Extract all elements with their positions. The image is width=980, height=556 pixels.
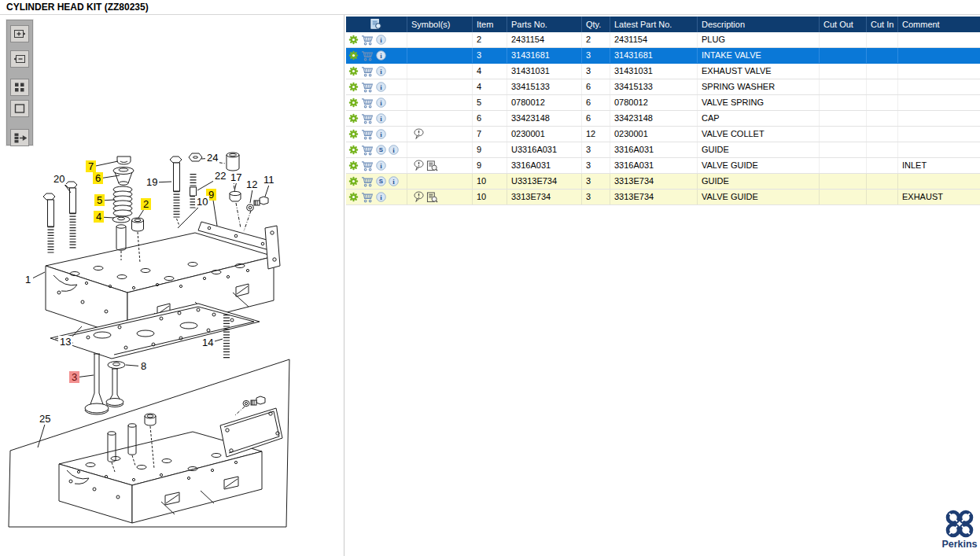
supersession-icon[interactable]: S <box>376 176 386 186</box>
info-icon[interactable]: i <box>376 160 386 171</box>
cut-in-cell <box>866 111 897 126</box>
comment-cell <box>897 174 980 189</box>
supersession-icon[interactable]: S <box>376 145 386 155</box>
note-balloon-icon[interactable] <box>414 128 424 140</box>
actions-cell: i <box>346 64 407 79</box>
column-header-comment[interactable]: Comment <box>897 17 980 32</box>
gear-icon[interactable] <box>348 66 359 76</box>
table-row[interactable]: i 103313E73433313E734VALVE GUIDEEXHAUST <box>346 190 980 205</box>
part-callout-12[interactable]: 12 <box>245 179 259 190</box>
part-callout-2[interactable]: 2 <box>141 198 151 210</box>
part-callout-22[interactable]: 22 <box>213 170 227 182</box>
table-row[interactable]: S i 10U3313E73433313E734GUIDE <box>346 174 980 190</box>
part-callout-13[interactable]: 13 <box>58 336 72 348</box>
info-icon[interactable]: i <box>389 176 399 186</box>
part-callout-20[interactable]: 20 <box>52 173 66 185</box>
column-header-cut-in[interactable]: Cut In <box>866 17 897 32</box>
cart-icon[interactable] <box>361 66 374 77</box>
column-header-symbol-s-[interactable]: Symbol(s) <box>407 17 472 32</box>
column-header-item[interactable]: Item <box>472 17 507 32</box>
gear-icon[interactable] <box>348 50 359 61</box>
part-callout-6[interactable]: 6 <box>93 172 103 184</box>
table-row[interactable]: i 433415133633415133SPRING WASHER <box>346 79 980 95</box>
column-header-actions[interactable] <box>346 17 407 32</box>
gear-icon[interactable] <box>348 145 359 155</box>
symbols-cell <box>407 48 472 63</box>
cart-icon[interactable] <box>361 129 374 140</box>
gear-icon[interactable] <box>348 160 359 171</box>
table-row[interactable]: i 431431031331431031EXHAUST VALVE <box>346 64 980 79</box>
info-icon[interactable]: i <box>376 129 386 139</box>
column-header-latest-part-no-[interactable]: Latest Part No. <box>610 17 697 32</box>
cart-icon[interactable] <box>361 192 374 203</box>
cut-out-cell <box>819 95 866 110</box>
svg-text:S: S <box>379 146 383 153</box>
table-row[interactable]: i 5078001260780012VALVE SPRING <box>346 95 980 111</box>
column-header-qty-[interactable]: Qty. <box>581 17 610 32</box>
part-callout-24[interactable]: 24 <box>205 152 219 164</box>
table-row[interactable]: i 633423148633423148CAP <box>346 111 980 127</box>
info-icon[interactable]: i <box>376 50 386 61</box>
info-icon[interactable]: i <box>389 145 399 155</box>
gear-icon[interactable] <box>348 192 359 202</box>
symbols-cell <box>407 111 472 126</box>
comment-cell <box>897 142 980 157</box>
cart-icon[interactable] <box>361 82 374 93</box>
part-callout-1[interactable]: 1 <box>23 274 33 285</box>
info-icon[interactable]: i <box>376 35 386 45</box>
cart-icon[interactable] <box>361 176 374 187</box>
qty-cell: 6 <box>581 79 610 94</box>
gear-icon[interactable] <box>348 98 359 108</box>
table-row[interactable]: S i 9U3316A03133316A031GUIDE <box>346 142 980 158</box>
note-balloon-icon[interactable] <box>414 160 424 171</box>
cart-icon[interactable] <box>361 50 374 61</box>
part-callout-11[interactable]: 11 <box>262 174 276 186</box>
actions-cell: i <box>346 95 407 110</box>
column-header-cut-out[interactable]: Cut Out <box>819 17 866 32</box>
column-header-description[interactable]: Description <box>697 17 819 32</box>
column-header-parts-no-[interactable]: Parts No. <box>507 17 581 32</box>
info-icon[interactable]: i <box>376 98 386 108</box>
part-callout-19[interactable]: 19 <box>145 176 159 188</box>
note-balloon-icon[interactable] <box>414 191 424 203</box>
info-icon[interactable]: i <box>376 113 386 123</box>
latest-part-no-cell: 3316A031 <box>610 158 697 173</box>
part-callout-5[interactable]: 5 <box>94 194 105 206</box>
cut-in-cell <box>866 32 897 47</box>
info-icon[interactable]: i <box>376 66 386 76</box>
gear-icon[interactable] <box>348 129 359 139</box>
info-icon[interactable]: i <box>376 82 386 92</box>
part-callout-17[interactable]: 17 <box>229 171 243 183</box>
pane-divider[interactable] <box>344 15 344 556</box>
cart-icon[interactable] <box>361 160 374 171</box>
qty-cell: 6 <box>581 111 610 126</box>
part-callout-10[interactable]: 10 <box>195 196 209 208</box>
actions-cell: S i <box>346 142 407 157</box>
parts-no-cell: U3316A031 <box>507 142 581 157</box>
latest-part-no-cell: 3313E734 <box>610 190 697 204</box>
item-cell: 6 <box>472 111 507 126</box>
table-row[interactable]: i 2243115422431154PLUG <box>346 32 980 48</box>
gear-icon[interactable] <box>348 35 359 45</box>
part-callout-7[interactable]: 7 <box>86 160 96 172</box>
part-callout-8[interactable]: 8 <box>138 360 149 372</box>
part-callout-14[interactable]: 14 <box>201 337 215 348</box>
gear-icon[interactable] <box>348 113 359 123</box>
part-callout-3[interactable]: 3 <box>69 371 79 383</box>
cart-icon[interactable] <box>361 145 374 156</box>
doc-search-icon[interactable] <box>426 160 438 171</box>
item-cell: 10 <box>472 190 507 204</box>
comment-cell: INLET <box>897 158 980 173</box>
table-row[interactable]: i 331431681331431681INTAKE VALVE <box>346 48 980 64</box>
cart-icon[interactable] <box>361 113 374 124</box>
doc-search-icon[interactable] <box>426 192 438 203</box>
table-row[interactable]: i 70230001120230001VALVE COLLET <box>346 127 980 142</box>
part-callout-25[interactable]: 25 <box>38 413 52 425</box>
gear-icon[interactable] <box>348 82 359 92</box>
cart-icon[interactable] <box>361 35 374 46</box>
part-callout-4[interactable]: 4 <box>94 211 104 223</box>
cart-icon[interactable] <box>361 98 374 109</box>
info-icon[interactable]: i <box>376 192 386 202</box>
gear-icon[interactable] <box>348 176 359 186</box>
table-row[interactable]: i 93316A03133316A031VALVE GUIDEINLET <box>346 158 980 174</box>
